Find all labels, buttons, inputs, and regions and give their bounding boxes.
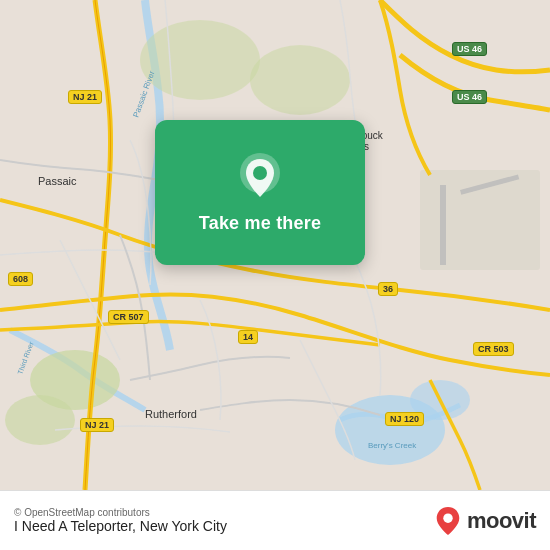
road-badge-cr503: CR 503 [473, 342, 514, 356]
svg-text:Berry's Creek: Berry's Creek [368, 441, 417, 450]
moovit-brand-text: moovit [467, 508, 536, 534]
road-badge-nj21-bottom: NJ 21 [80, 418, 114, 432]
moovit-logo: moovit [434, 505, 536, 537]
road-badge-nj21-top: NJ 21 [68, 90, 102, 104]
svg-point-14 [253, 166, 267, 180]
app-name-label: I Need A Teleporter, New York City [14, 518, 227, 534]
svg-point-15 [443, 513, 452, 522]
svg-point-9 [250, 45, 350, 115]
svg-point-8 [140, 20, 260, 100]
bottom-left: © OpenStreetMap contributors I Need A Te… [14, 507, 227, 534]
road-badge-us46-2: US 46 [452, 90, 487, 104]
bottom-bar: © OpenStreetMap contributors I Need A Te… [0, 490, 550, 550]
road-badge-36: 36 [378, 282, 398, 296]
map-attribution: © OpenStreetMap contributors [14, 507, 227, 518]
road-badge-cr507: CR 507 [108, 310, 149, 324]
road-badge-608: 608 [8, 272, 33, 286]
place-label-rutherford: Rutherford [145, 408, 197, 420]
road-badge-nj120: NJ 120 [385, 412, 424, 426]
svg-rect-4 [440, 185, 446, 265]
card-label: Take me there [199, 213, 321, 234]
place-label-passaic: Passaic [38, 175, 77, 187]
moovit-pin-icon [434, 505, 462, 537]
road-badge-14: 14 [238, 330, 258, 344]
location-pin-icon [234, 151, 286, 203]
take-me-there-card[interactable]: Take me there [155, 120, 365, 265]
road-badge-us46-1: US 46 [452, 42, 487, 56]
svg-point-7 [5, 395, 75, 445]
map-container: Passaic River Third River Berry's Creek … [0, 0, 550, 490]
